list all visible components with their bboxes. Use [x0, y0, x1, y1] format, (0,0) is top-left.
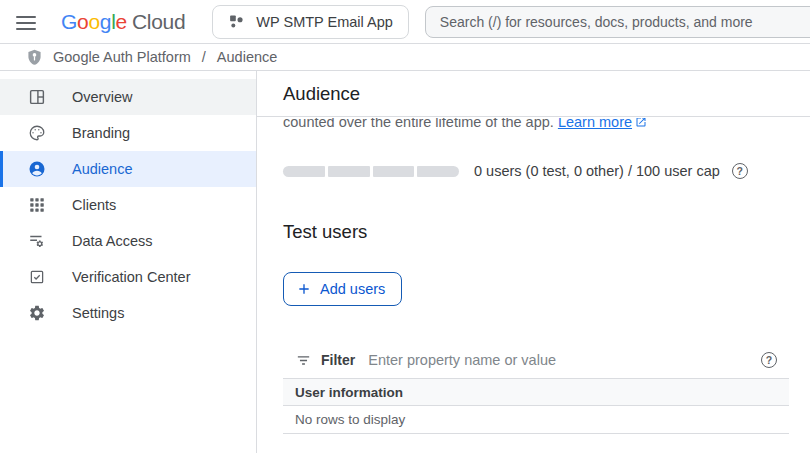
content-pane: Audience counted over the entire lifetim…	[257, 71, 810, 453]
sidebar-item-settings[interactable]: Settings	[0, 295, 256, 331]
sidebar-item-label: Data Access	[72, 233, 153, 249]
search-input[interactable]	[440, 14, 803, 30]
table-header-row: User information	[283, 378, 789, 406]
apps-grid-icon	[28, 196, 46, 214]
person-icon	[28, 160, 46, 178]
filter-bar: Filter ?	[283, 342, 789, 378]
table-empty-row: No rows to display	[283, 406, 789, 434]
external-link-icon	[635, 118, 647, 128]
sidebar-item-data-access[interactable]: Data Access	[0, 223, 256, 259]
auth-platform-shield-icon	[25, 48, 44, 67]
logo-letter: o	[77, 10, 88, 34]
sidebar: Overview Branding	[0, 71, 257, 453]
sidebar-item-label: Clients	[72, 197, 116, 213]
filter-help-icon[interactable]: ?	[761, 352, 777, 368]
page-title: Audience	[283, 83, 360, 105]
learn-more-link[interactable]: Learn more	[558, 118, 647, 130]
sidebar-item-audience[interactable]: Audience	[0, 151, 256, 187]
column-header-user-information: User information	[295, 385, 403, 400]
sidebar-item-verification-center[interactable]: Verification Center	[0, 259, 256, 295]
logo-letter: o	[88, 10, 99, 34]
sidebar-item-overview[interactable]: Overview	[0, 79, 256, 115]
gear-icon	[28, 304, 46, 322]
user-cap-row: 0 users (0 test, 0 other) / 100 user cap…	[283, 163, 810, 179]
global-search	[425, 6, 810, 38]
topbar: GoogleCloud WP SMTP Email App	[0, 0, 810, 44]
menu-icon[interactable]	[16, 16, 36, 30]
plus-icon	[296, 281, 312, 297]
breadcrumb-separator: /	[202, 49, 206, 65]
logo-letter: G	[61, 10, 77, 34]
logo-letter: e	[116, 10, 127, 34]
logo-letter: g	[100, 10, 111, 34]
checkbox-icon	[28, 268, 46, 286]
project-name: WP SMTP Email App	[256, 14, 392, 30]
user-cap-progress-bar	[283, 166, 459, 177]
filter-icon	[295, 352, 312, 369]
page-header: Audience	[257, 71, 810, 117]
breadcrumb: Google Auth Platform / Audience	[0, 44, 810, 71]
sidebar-item-label: Overview	[72, 89, 132, 105]
description-text: counted over the entire lifetime of the …	[283, 118, 558, 130]
help-icon[interactable]: ?	[732, 163, 748, 179]
breadcrumb-root[interactable]: Google Auth Platform	[53, 49, 191, 65]
add-users-button[interactable]: Add users	[283, 272, 402, 306]
logo-cloud-text: Cloud	[132, 10, 185, 34]
empty-message: No rows to display	[295, 412, 405, 427]
sidebar-item-label: Branding	[72, 125, 130, 141]
sidebar-item-clients[interactable]: Clients	[0, 187, 256, 223]
breadcrumb-current: Audience	[217, 49, 277, 65]
filter-label: Filter	[321, 352, 355, 368]
palette-icon	[28, 124, 46, 142]
test-users-heading: Test users	[283, 221, 810, 243]
project-selector-button[interactable]: WP SMTP Email App	[212, 5, 408, 39]
sidebar-item-branding[interactable]: Branding	[0, 115, 256, 151]
google-cloud-logo[interactable]: GoogleCloud	[61, 10, 185, 34]
filter-input[interactable]	[368, 352, 752, 368]
test-users-table: Filter ? User information No rows to dis…	[283, 342, 789, 434]
list-gear-icon	[28, 232, 46, 250]
project-dots-icon	[228, 13, 245, 30]
user-cap-summary: 0 users (0 test, 0 other) / 100 user cap	[474, 163, 720, 179]
clipped-description: counted over the entire lifetime of the …	[283, 118, 810, 133]
overview-icon	[28, 88, 46, 106]
sidebar-item-label: Verification Center	[72, 269, 190, 285]
sidebar-item-label: Audience	[72, 161, 132, 177]
sidebar-item-label: Settings	[72, 305, 124, 321]
